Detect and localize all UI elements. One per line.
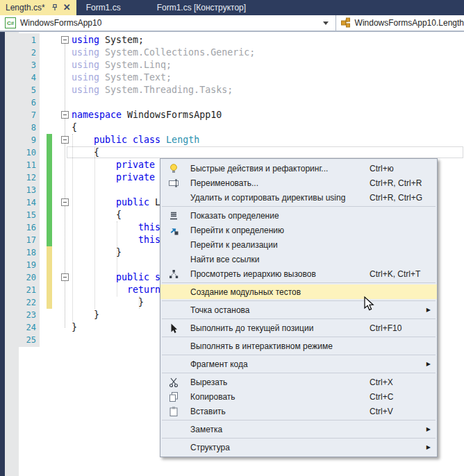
menu-item[interactable]: Выполнить до текущей позицииCtrl+F10: [160, 321, 437, 335]
menu-item-label: Заметка: [190, 425, 222, 434]
menu-separator: [162, 355, 436, 355]
line-number: 12: [19, 171, 36, 184]
collapse-box-icon[interactable]: [61, 36, 69, 44]
pin-icon[interactable]: [51, 3, 59, 12]
line-number: 21: [19, 284, 36, 296]
collapse-box-icon[interactable]: [61, 198, 69, 206]
tab-form1-designer[interactable]: Form1.cs [Конструктор]: [147, 0, 256, 15]
code-line[interactable]: 2using System.Collections.Generic;: [0, 46, 464, 59]
rename-icon: [168, 178, 179, 189]
code-text: }: [72, 321, 77, 334]
document-tab-bar: Length.cs* ✕ Form1.cs Form1.cs [Конструк…: [0, 0, 464, 15]
code-line[interactable]: 7namespace WindowsFormsApp10: [0, 109, 464, 121]
tab-length-cs[interactable]: Length.cs* ✕: [0, 0, 76, 15]
change-bar: [47, 171, 52, 184]
project-dropdown-value: WindowsFormsApp10: [20, 18, 101, 28]
tab-label: Length.cs*: [6, 3, 45, 12]
menu-item[interactable]: Удалить и сортировать директивы usingCtr…: [160, 190, 437, 205]
line-number: 20: [19, 271, 36, 284]
menu-item-shortcut: Ctrl+C: [370, 392, 393, 402]
chevron-down-icon[interactable]: [323, 22, 329, 25]
visual-studio-window: Length.cs* ✕ Form1.cs Form1.cs [Конструк…: [0, 0, 464, 476]
submenu-arrow-icon: ▶: [426, 361, 431, 367]
menu-item[interactable]: Быстрые действия и рефакторинг...Ctrl+ю: [160, 161, 437, 176]
menu-item[interactable]: Заметка▶: [160, 422, 437, 436]
menu-item-shortcut: Ctrl+V: [370, 407, 393, 416]
call-hierarchy-icon: [168, 269, 179, 280]
code-line[interactable]: 1using System;: [0, 34, 464, 46]
collapse-box-icon[interactable]: [61, 273, 69, 281]
code-line[interactable]: 10 {: [0, 146, 464, 159]
menu-item[interactable]: ВставитьCtrl+V: [160, 404, 437, 418]
change-bar: [47, 284, 52, 296]
menu-item-label: Просмотреть иерархию вызовов: [190, 269, 316, 279]
code-line[interactable]: 3using System.Linq;: [0, 59, 464, 71]
code-text: }: [72, 309, 99, 321]
change-bar: [47, 159, 52, 171]
project-dropdown[interactable]: C# WindowsFormsApp10: [0, 15, 336, 31]
code-text: using System.Linq;: [72, 59, 172, 71]
menu-item-label: Удалить и сортировать директивы using: [190, 193, 345, 203]
line-number: 8: [19, 121, 36, 134]
change-bar: [47, 246, 52, 259]
menu-item[interactable]: Точка останова▶: [160, 303, 437, 317]
menu-item[interactable]: Перейти к определению: [160, 223, 437, 237]
menu-item[interactable]: Структура▶: [160, 440, 437, 454]
change-bar: [47, 209, 52, 221]
menu-item[interactable]: Показать определение: [160, 208, 437, 223]
menu-item[interactable]: Переименовать...Ctrl+R, Ctrl+R: [160, 176, 437, 190]
menu-item[interactable]: Просмотреть иерархию вызововCtrl+K, Ctrl…: [160, 266, 437, 281]
change-bar: [47, 234, 52, 246]
code-line[interactable]: 8{: [0, 121, 464, 134]
menu-item[interactable]: Перейти к реализации: [160, 237, 437, 252]
change-bar: [47, 271, 52, 284]
cut-icon: [168, 377, 179, 388]
menu-item-shortcut: Ctrl+F10: [370, 323, 401, 333]
change-bar: [47, 146, 52, 159]
code-text: private t: [72, 159, 166, 171]
menu-separator: [162, 337, 436, 337]
code-text: }: [72, 246, 122, 259]
line-number: 7: [19, 109, 36, 121]
menu-separator: [162, 318, 436, 319]
menu-item[interactable]: Фрагмент кода▶: [160, 357, 437, 371]
copy-icon: [168, 391, 179, 402]
mouse-cursor: [362, 296, 377, 312]
menu-item-label: Выполнить до текущей позиции: [190, 323, 313, 333]
close-icon[interactable]: ✕: [63, 3, 71, 12]
code-text: public st: [72, 271, 166, 284]
code-text: }: [72, 296, 144, 309]
code-line[interactable]: 6: [0, 96, 464, 109]
lightbulb-icon: [168, 163, 179, 174]
menu-item-label: Перейти к реализации: [190, 240, 278, 250]
line-number: 6: [19, 96, 36, 109]
collapse-box-icon[interactable]: [61, 111, 69, 119]
menu-item-label: Найти все ссылки: [190, 255, 259, 264]
submenu-arrow-icon: ▶: [426, 307, 431, 313]
code-text: using System.Threading.Tasks;: [72, 84, 233, 96]
code-text: public Le: [72, 196, 166, 209]
menu-item-label: Перейти к определению: [190, 226, 284, 235]
menu-separator: [162, 206, 436, 207]
code-text: this.: [72, 221, 166, 234]
menu-item[interactable]: Найти все ссылки: [160, 252, 437, 266]
member-dropdown[interactable]: WindowsFormsApp10.Length: [336, 15, 464, 31]
code-line[interactable]: 5using System.Threading.Tasks;: [0, 84, 464, 96]
collapse-box-icon[interactable]: [61, 136, 69, 144]
code-line[interactable]: 9 public class Length: [0, 134, 464, 146]
code-line[interactable]: 4using System.Text;: [0, 71, 464, 84]
menu-item[interactable]: ВырезатьCtrl+X: [160, 375, 437, 389]
line-number: 3: [19, 59, 36, 71]
code-text: namespace WindowsFormsApp10: [72, 109, 222, 121]
tab-form1-cs[interactable]: Form1.cs: [76, 0, 131, 15]
menu-item[interactable]: Создание модульных тестов: [160, 284, 437, 299]
line-number: 5: [19, 84, 36, 96]
line-number: 17: [19, 234, 36, 246]
menu-item[interactable]: КопироватьCtrl+C: [160, 389, 437, 404]
menu-item[interactable]: Выполнять в интерактивном режиме: [160, 339, 437, 353]
context-menu: Быстрые действия и рефакторинг...Ctrl+юП…: [160, 158, 438, 457]
menu-item-shortcut: Ctrl+R, Ctrl+G: [370, 193, 422, 203]
line-number: 1: [19, 34, 36, 46]
line-number: 23: [19, 309, 36, 321]
line-number: 11: [19, 159, 36, 171]
